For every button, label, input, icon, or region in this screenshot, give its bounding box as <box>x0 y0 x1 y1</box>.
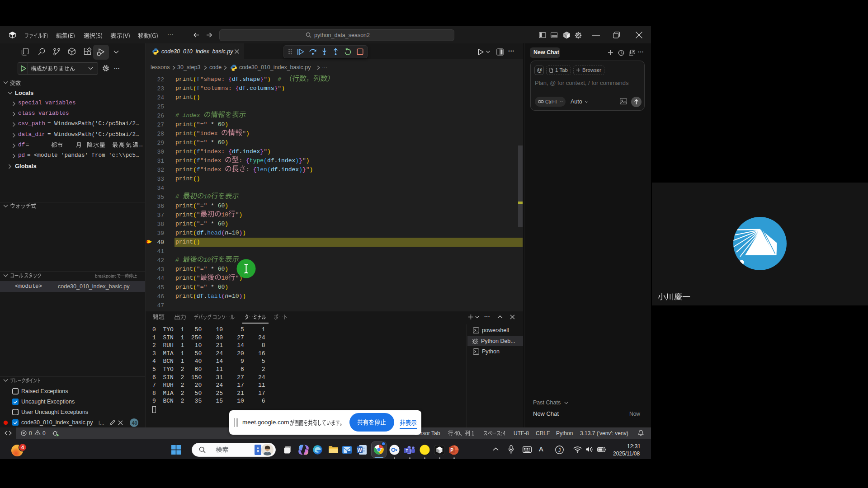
svg-text:J: J <box>558 447 561 453</box>
svg-text:W: W <box>358 447 362 453</box>
svg-text:4: 4 <box>21 445 24 450</box>
svg-text:T: T <box>406 448 408 453</box>
svg-text:P: P <box>450 448 453 453</box>
